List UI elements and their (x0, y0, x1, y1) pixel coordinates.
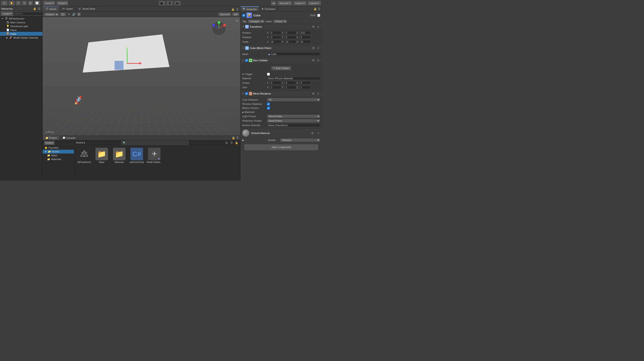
project-item-materials[interactable]: 📁 Materials (43, 158, 74, 161)
tab-project[interactable]: 📁 Project (43, 136, 60, 140)
rotation-y-input[interactable] (285, 36, 296, 39)
edit-collider-btn[interactable]: ✏ Edit Collider (271, 66, 291, 70)
hierarchy-create-btn[interactable]: Create ▾ (1, 11, 13, 16)
scale-z-input[interactable] (300, 40, 311, 44)
asset-item-artestscene[interactable]: ARTestScene (76, 148, 92, 164)
play-btn[interactable]: ▶ (159, 1, 166, 6)
reflection-probes-select[interactable]: Blend Probes (267, 119, 320, 122)
all-btn[interactable]: All ▾ (232, 12, 239, 16)
step-btn[interactable]: ⏭ (174, 1, 181, 6)
tag-select[interactable]: Untagged (248, 20, 264, 23)
menu-icon-btn[interactable]: ☰ (37, 7, 41, 11)
scale-tool-btn[interactable]: ⊞ (28, 1, 33, 6)
account-btn[interactable]: Account ▾ (277, 1, 292, 6)
lock-icon-btn[interactable]: 🔒 (313, 7, 317, 11)
menu-icon-btn[interactable]: ☰ (235, 8, 239, 12)
fx-toggle-btn[interactable]: 🖼 (77, 12, 81, 16)
gizmos-btn[interactable]: Gizmos ▾ (218, 12, 231, 16)
mesh-renderer-header[interactable]: ▼ Mesh Renderer ⚙ ≡ (240, 91, 322, 96)
is-trigger-checkbox[interactable] (267, 73, 270, 76)
position-x-input[interactable] (270, 31, 281, 34)
logo-btn[interactable]: ⊙ (1, 1, 8, 6)
layers-btn[interactable]: Layers ▾ (293, 1, 307, 6)
size-x-input[interactable] (270, 86, 281, 89)
motion-vectors-checkbox[interactable] (267, 107, 270, 110)
asset-item-webcamscript[interactable]: C# webCamScript (129, 148, 144, 164)
hierarchy-item-cube[interactable]: 📦 Cube (0, 32, 42, 36)
mesh-filter-context-icon-btn[interactable]: ≡ (316, 46, 320, 50)
light-probes-select[interactable]: Blend Probes (267, 114, 320, 118)
scale-x-input[interactable] (270, 40, 281, 44)
transform-tool-btn[interactable]: ✋ (8, 1, 15, 6)
hierarchy-item-scene-root[interactable]: ▼ 🎬 ARTestScene° (0, 16, 42, 20)
rect-tool-btn[interactable]: ⬜ (34, 1, 40, 6)
cast-shadows-select[interactable]: On (267, 98, 320, 102)
size-y-input[interactable] (285, 86, 296, 89)
center-btn[interactable]: Center ▾ (43, 1, 56, 6)
scale-y-input[interactable] (285, 40, 296, 44)
layout-btn[interactable]: Layout ▾ (308, 1, 321, 6)
position-y-input[interactable] (285, 31, 296, 34)
menu-icon-btn[interactable]: ☰ (235, 136, 239, 140)
tab-game[interactable]: 🎮 Game (59, 6, 76, 12)
lock-icon-btn[interactable]: 🔒 (32, 7, 36, 11)
asset-item-wraith-raider[interactable]: ✈ ▶ Wraith Raider... (146, 148, 162, 164)
material-context-icon-btn[interactable]: ≡ (316, 131, 320, 135)
assets-options-btn[interactable]: ⊞ (224, 141, 228, 145)
audio-toggle-btn[interactable]: 🔊 (72, 12, 76, 16)
active-checkbox[interactable] (242, 14, 245, 17)
material-settings-icon-btn[interactable]: ⚙ (310, 131, 314, 135)
center-z-input[interactable] (300, 81, 311, 85)
size-z-input[interactable] (300, 86, 311, 89)
project-item-favorites[interactable]: ⭐ Favorites (43, 146, 74, 150)
hierarchy-search-input[interactable] (14, 12, 45, 16)
tab-scene[interactable]: 🎬 Scene (43, 6, 59, 12)
tab-console[interactable]: 💬 Console (60, 136, 78, 140)
center-x-input[interactable] (270, 81, 281, 85)
shader-select[interactable]: Standard (280, 138, 320, 142)
transform-context-icon-btn[interactable]: ≡ (316, 25, 320, 29)
rotate-tool-btn[interactable]: ↻ (22, 1, 27, 6)
hierarchy-item-plane[interactable]: 📄 Plane (0, 28, 42, 32)
transform-header[interactable]: ▼ Transform ⚙ ≡ (240, 24, 322, 30)
position-z-input[interactable] (300, 31, 311, 34)
hierarchy-item-wraith-raider[interactable]: ▶ 🚀 Wraith Raider Starship (0, 36, 42, 40)
light-toggle-btn[interactable]: ☀ (67, 12, 71, 16)
lock-icon-btn[interactable]: 🔒 (231, 136, 235, 140)
project-item-maps[interactable]: 📁 Maps (43, 154, 74, 158)
orientation-gizmo[interactable]: X Y Z (211, 21, 227, 36)
mesh-renderer-context-icon-btn[interactable]: ≡ (316, 92, 320, 96)
pause-btn[interactable]: ⏸ (166, 1, 173, 6)
scene-viewport[interactable]: 🚀 ◄ Persp X (43, 17, 240, 136)
tab-asset-store[interactable]: 🛒 Asset Store (76, 6, 98, 12)
lock-icon-btn[interactable]: 🔒 (231, 8, 235, 12)
tab-inspector[interactable]: 🔍 Inspector (240, 6, 259, 12)
assets-search-input[interactable] (121, 141, 188, 145)
cloud-btn[interactable]: ☁ (271, 1, 276, 6)
rotation-x-input[interactable] (270, 36, 281, 39)
layer-select[interactable]: Default (273, 20, 287, 23)
mesh-renderer-enable-checkbox[interactable] (245, 92, 248, 95)
box-collider-enable-checkbox[interactable] (245, 59, 248, 62)
shading-select[interactable]: Shaded (44, 12, 59, 16)
project-create-btn[interactable]: Create ▾ (44, 141, 54, 145)
box-collider-header[interactable]: ▼ Box Collider ⚙ ≡ (240, 58, 322, 63)
hierarchy-item-main-camera[interactable]: 📷 Main Camera (0, 20, 42, 24)
project-item-assets[interactable]: ▼ 📁 Assets (43, 150, 74, 154)
asset-item-materials[interactable]: 📁 Materials (112, 148, 127, 164)
mesh-filter-header[interactable]: ▼ Cube (Mesh Filter) ⚙ ≡ (240, 45, 322, 51)
tab-occlusion[interactable]: 👁 Occlusion (259, 6, 278, 12)
asset-item-maps[interactable]: 📁 Maps (94, 148, 110, 164)
rotation-z-input[interactable] (300, 36, 311, 39)
center-y-input[interactable] (285, 81, 296, 85)
2d-btn[interactable]: 2D (60, 12, 66, 16)
hierarchy-item-directional-light[interactable]: 💡 Directional Light (0, 24, 42, 28)
receive-shadows-checkbox[interactable] (267, 102, 270, 106)
menu-icon-btn[interactable]: ☰ (317, 7, 321, 11)
assets-list-btn[interactable]: ☰ (230, 141, 234, 145)
assets-lock-btn[interactable]: 🔒 (234, 141, 238, 145)
close-viewport-btn[interactable]: ✕ (236, 19, 238, 22)
mesh-renderer-settings-icon-btn[interactable]: ⚙ (311, 92, 315, 96)
add-component-btn[interactable]: Add Component (244, 144, 318, 150)
static-checkbox[interactable] (317, 14, 320, 17)
